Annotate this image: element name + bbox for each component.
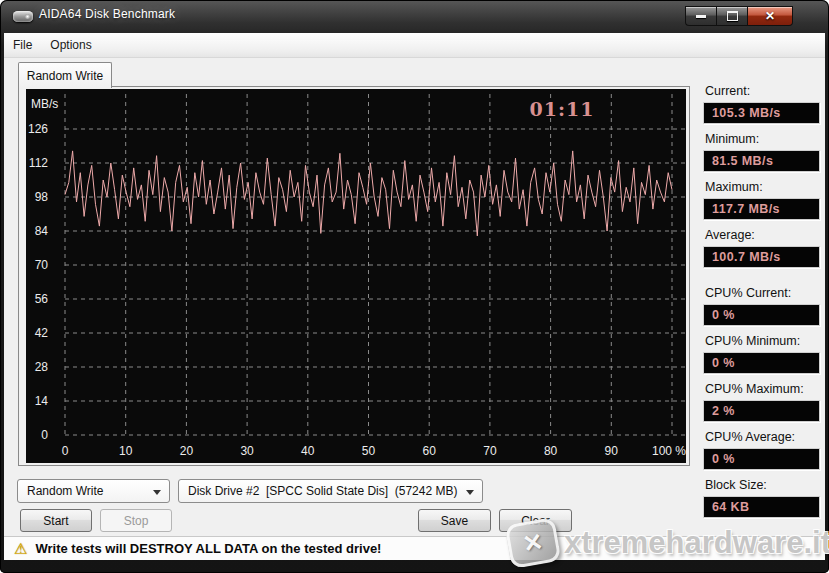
- svg-text:10: 10: [119, 444, 133, 458]
- stat-label: CPU% Minimum:: [705, 334, 800, 348]
- menu-item-file[interactable]: File: [4, 33, 41, 57]
- client-area: Random Write 126112988470564228140010203…: [4, 58, 825, 537]
- svg-text:70: 70: [35, 258, 49, 272]
- app-icon: [13, 11, 33, 22]
- benchmark-chart: 1261129884705642281400102030405060708090…: [26, 89, 686, 463]
- stat-value: 0 %: [703, 448, 820, 470]
- stat-label: CPU% Current:: [705, 286, 791, 300]
- save-button[interactable]: Save: [418, 509, 491, 532]
- menu-item-options[interactable]: Options: [41, 33, 100, 57]
- stat-value: 0 %: [703, 352, 820, 374]
- svg-text:112: 112: [29, 156, 48, 170]
- drive-select[interactable]: Disk Drive #2 [SPCC Solid State Dis] (57…: [178, 479, 483, 503]
- svg-text:28: 28: [35, 360, 49, 374]
- test-type-value: Random Write: [27, 484, 103, 498]
- dropdown-arrow-icon: [466, 490, 474, 495]
- start-button[interactable]: Start: [20, 509, 92, 532]
- stats-panel: Current:105.3 MB/sMinimum:81.5 MB/sMaxim…: [703, 58, 821, 537]
- chart-panel: 1261129884705642281400102030405060708090…: [18, 86, 690, 466]
- stat-label: CPU% Maximum:: [705, 382, 804, 396]
- warning-text: Write tests will DESTROY ALL DATA on the…: [35, 541, 381, 556]
- svg-text:126: 126: [28, 122, 48, 136]
- svg-text:98: 98: [35, 190, 49, 204]
- svg-text:60: 60: [423, 444, 437, 458]
- clear-button[interactable]: Clear: [499, 509, 572, 532]
- stat-value: 100.7 MB/s: [703, 246, 820, 268]
- close-button[interactable]: ✕: [748, 6, 793, 26]
- test-type-select[interactable]: Random Write: [17, 479, 170, 503]
- minimize-button[interactable]: [685, 6, 716, 26]
- svg-text:80: 80: [544, 444, 558, 458]
- stat-label: CPU% Average:: [705, 430, 795, 444]
- svg-text:90: 90: [605, 444, 619, 458]
- svg-text:42: 42: [35, 326, 49, 340]
- svg-text:14: 14: [35, 394, 49, 408]
- svg-text:20: 20: [180, 444, 194, 458]
- warning-triangle-icon: ⚠: [14, 541, 27, 556]
- svg-text:MB/s: MB/s: [31, 97, 58, 111]
- stat-value: 105.3 MB/s: [703, 102, 820, 124]
- maximize-icon: [727, 11, 738, 21]
- app-window: AIDA64 Disk Benchmark ✕ File Options Ran…: [0, 0, 829, 573]
- title-bar[interactable]: AIDA64 Disk Benchmark ✕: [0, 0, 829, 33]
- svg-text:30: 30: [240, 444, 254, 458]
- minimize-icon: [696, 15, 706, 18]
- stop-button[interactable]: Stop: [100, 509, 172, 532]
- svg-text:0: 0: [62, 444, 69, 458]
- dropdown-arrow-icon: [153, 490, 161, 495]
- stat-label: Current:: [705, 84, 750, 98]
- svg-text:100 %: 100 %: [652, 444, 686, 458]
- drive-select-value: Disk Drive #2 [SPCC Solid State Dis] (57…: [188, 484, 457, 498]
- window-controls: ✕: [685, 6, 793, 26]
- menu-bar: File Options: [4, 33, 825, 58]
- stat-label: Average:: [705, 228, 755, 242]
- svg-text:70: 70: [483, 444, 497, 458]
- svg-text:50: 50: [362, 444, 376, 458]
- maximize-button[interactable]: [716, 6, 748, 26]
- stat-value: 64 KB: [703, 496, 820, 518]
- svg-text:01:11: 01:11: [530, 98, 595, 120]
- stat-value: 2 %: [703, 400, 820, 422]
- tab-label: Random Write: [27, 69, 103, 83]
- svg-text:40: 40: [301, 444, 315, 458]
- stat-label: Block Size:: [705, 478, 767, 492]
- svg-text:0: 0: [41, 428, 48, 442]
- close-icon: ✕: [765, 10, 775, 22]
- stat-label: Maximum:: [705, 180, 763, 194]
- stat-value: 117.7 MB/s: [703, 198, 820, 220]
- stat-value: 81.5 MB/s: [703, 150, 820, 172]
- stat-label: Minimum:: [705, 132, 759, 146]
- svg-text:84: 84: [35, 224, 49, 238]
- warning-bar: ⚠ Write tests will DESTROY ALL DATA on t…: [4, 536, 825, 560]
- svg-text:56: 56: [35, 292, 49, 306]
- tab-random-write[interactable]: Random Write: [18, 62, 112, 88]
- stat-value: 0 %: [703, 304, 820, 326]
- window-title: AIDA64 Disk Benchmark: [39, 7, 175, 21]
